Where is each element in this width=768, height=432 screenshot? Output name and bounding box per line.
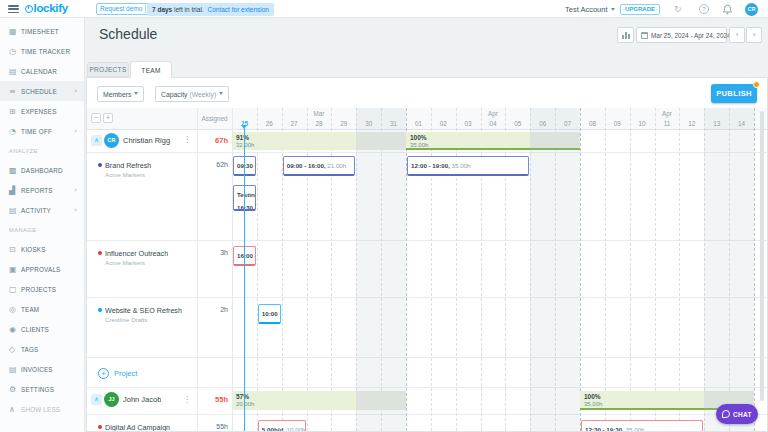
day-label[interactable]: 10	[630, 120, 655, 129]
apps-icon[interactable]: ↻	[674, 4, 682, 14]
sidebar-item-approvals[interactable]: ▣APPROVALS	[0, 259, 84, 279]
time-tracker-icon: ◷	[9, 47, 21, 56]
add-button[interactable]: +	[103, 113, 113, 123]
today-marker-icon	[241, 125, 247, 129]
collapse-toggle[interactable]: ∧	[91, 394, 102, 405]
previous-period-button[interactable]: ‹	[729, 27, 745, 43]
member-row: ∧JJJohn Jacob⋮55h57%20.00h100%35.00h	[87, 387, 767, 412]
sidebar-item-settings[interactable]: ⚙SETTINGS	[0, 379, 84, 399]
sidebar-item-team[interactable]: ◎TEAM	[0, 299, 84, 319]
members-filter-dropdown[interactable]: Members	[97, 86, 144, 102]
tab-team[interactable]: TEAM	[130, 61, 172, 78]
sidebar-item-show-less[interactable]: ∧SHOW LESS	[0, 399, 84, 419]
reports-icon: ▟	[9, 186, 21, 195]
sidebar-item-projects[interactable]: ▢PROJECTS	[0, 279, 84, 299]
day-label[interactable]: 01	[406, 120, 431, 129]
day-label[interactable]: 29	[331, 120, 356, 129]
add-project-button[interactable]: Project	[114, 369, 137, 378]
day-label[interactable]: 03	[456, 120, 481, 129]
day-label[interactable]: 11	[655, 120, 680, 129]
capacity-bar[interactable]: 100%35.00h	[580, 391, 704, 410]
contact-extension-link[interactable]: Contact for extension	[208, 6, 269, 13]
next-period-button[interactable]: ›	[746, 27, 762, 43]
assignment-block[interactable]: 12:00 - 19:00, 35.00h	[407, 156, 529, 176]
sidebar-item-schedule[interactable]: ≡SCHEDULE›	[0, 81, 84, 101]
day-label[interactable]: 02	[431, 120, 456, 129]
day-label[interactable]: 05	[505, 120, 530, 129]
capacity-bar[interactable]: 100%35.00h	[406, 132, 530, 150]
assignment-block[interactable]: 10:00 -…	[258, 304, 281, 324]
upgrade-button[interactable]: UPGRADE	[620, 4, 660, 15]
sidebar-item-time-off[interactable]: ◔TIME OFF›	[0, 121, 84, 141]
sidebar-item-expenses[interactable]: ⊞EXPENSES	[0, 101, 84, 121]
assignment-block[interactable]: 09:00 - 16:00, 21.00h	[283, 156, 356, 176]
day-label[interactable]: 04	[481, 120, 506, 129]
capacity-bar[interactable]: 57%20.00h	[232, 391, 356, 410]
block-line: 12:00 - 19:00, 35.00h	[411, 159, 471, 171]
member-name: Christian Rigg	[123, 136, 170, 145]
day-label[interactable]: 28	[307, 120, 332, 129]
sidebar-item-label: CALENDAR	[21, 68, 57, 75]
sidebar-item-reports[interactable]: ▟REPORTS›	[0, 180, 84, 200]
kebab-menu-icon[interactable]: ⋮	[183, 395, 191, 404]
day-label[interactable]: 06	[530, 120, 555, 129]
sidebar-item-clients[interactable]: ◉CLIENTS	[0, 319, 84, 339]
capacity-filter-dropdown[interactable]: Capacity(Weekly)	[155, 86, 229, 102]
day-label[interactable]: 12	[679, 120, 704, 129]
day-label[interactable]: 27	[282, 120, 307, 129]
collapse-all-button[interactable]: −	[91, 113, 101, 123]
plus-circle-icon[interactable]: +	[98, 368, 109, 379]
assignment-block[interactable]: 16:00 -…	[233, 246, 256, 266]
block-hours: 35.00h	[624, 426, 645, 431]
sidebar-item-label: ACTIVITY	[21, 207, 51, 214]
day-label[interactable]: 31	[381, 120, 406, 129]
workspace-switcher[interactable]: Test Account	[565, 5, 615, 14]
day-label[interactable]: 09	[605, 120, 630, 129]
sidebar-item-time-tracker[interactable]: ◷TIME TRACKER	[0, 41, 84, 61]
tab-projects[interactable]: PROJECTS	[87, 62, 129, 77]
notifications-bell-icon[interactable]	[722, 4, 733, 15]
assignment-block[interactable]: Testing…16:30 -…	[233, 185, 256, 211]
sidebar-item-invoices[interactable]: ▤INVOICES	[0, 359, 84, 379]
day-label[interactable]: 08	[580, 120, 605, 129]
day-label[interactable]: 13	[704, 120, 729, 129]
user-avatar[interactable]: CR	[745, 3, 758, 16]
clockify-logo[interactable]: lockify	[25, 2, 68, 14]
capacity-bar[interactable]: 91%32.00h	[232, 132, 356, 150]
day-divider	[381, 108, 382, 431]
day-label[interactable]: 14	[729, 120, 754, 129]
assignment-block[interactable]: 12:30 - 19:30, 35.00h	[581, 420, 703, 431]
sidebar-item-dashboard[interactable]: ▩DASHBOARD	[0, 160, 84, 180]
date-range-picker[interactable]: Mar 25, 2024 - Apr 24, 2024	[636, 27, 727, 43]
day-label[interactable]: 07	[555, 120, 580, 129]
day-label[interactable]: 26	[257, 120, 282, 129]
chevron-right-icon: ›	[74, 186, 77, 194]
project-color-dot	[98, 308, 102, 312]
capacity-bar-weekend	[356, 132, 406, 150]
assignment-block[interactable]: 09:30 -…	[233, 156, 256, 176]
kebab-menu-icon[interactable]: ⋮	[183, 135, 191, 144]
block-time: 5.00h/d,	[262, 426, 285, 431]
assignment-block[interactable]: 5.00h/d, 10.00h	[258, 420, 306, 431]
hamburger-menu-icon[interactable]	[8, 5, 19, 14]
publish-button[interactable]: PUBLISH	[711, 84, 757, 103]
sidebar-item-kiosks[interactable]: ⊡KIOSKS	[0, 239, 84, 259]
help-icon[interactable]: ?	[699, 4, 709, 14]
sidebar-item-label: INVOICES	[21, 366, 53, 373]
sidebar-item-tags[interactable]: ◇TAGS	[0, 339, 84, 359]
sidebar-item-activity[interactable]: ▤ACTIVITY›	[0, 200, 84, 220]
sidebar-item-timesheet[interactable]: ▦TIMESHEET	[0, 21, 84, 41]
collapse-toggle[interactable]: ∧	[91, 135, 102, 146]
block-line: Testing…	[237, 188, 252, 200]
sidebar-item-label: SHOW LESS	[21, 406, 60, 413]
capacity-chart-button[interactable]	[617, 27, 634, 43]
project-row: Influencer OutreachAcme Markers3h16:00 -…	[87, 240, 767, 297]
vertical-scrollbar[interactable]	[760, 111, 764, 401]
assigned-hours: 67h	[197, 136, 228, 145]
day-label[interactable]: 30	[356, 120, 381, 129]
block-line: 09:30 -…	[237, 159, 256, 171]
block-hours: 10.00h	[285, 426, 306, 431]
chat-button[interactable]: CHAT	[716, 404, 758, 424]
sidebar-item-label: APPROVALS	[21, 266, 60, 273]
sidebar-item-calendar[interactable]: ▤CALENDAR	[0, 61, 84, 81]
